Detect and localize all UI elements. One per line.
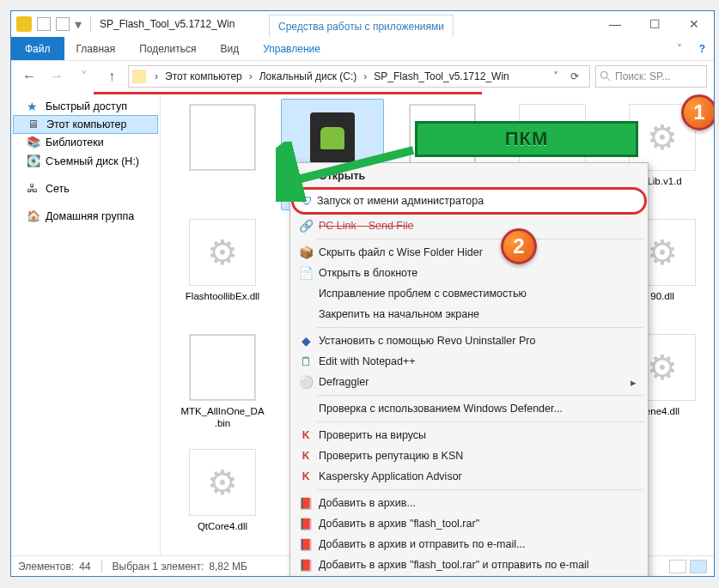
nav-up-button[interactable]: ↑ xyxy=(101,65,123,88)
context-menu-item[interactable]: Defraggler▸ xyxy=(293,372,645,392)
nav-back-button[interactable]: ← xyxy=(18,65,40,88)
ribbon-expand-icon[interactable]: ˅ xyxy=(668,37,691,60)
svg-line-1 xyxy=(607,78,611,82)
context-menu-item[interactable]: Проверить репутацию в KSN xyxy=(293,446,645,466)
breadcrumb-seg[interactable]: Локальный диск (C:) xyxy=(258,70,359,82)
tree-item-label: Библиотеки xyxy=(46,136,104,149)
breadcrumb-root-icon xyxy=(132,70,146,83)
svg-point-0 xyxy=(600,71,607,78)
context-menu-item[interactable]: Исправление проблем с совместимостью xyxy=(293,283,645,304)
context-menu-item[interactable]: Проверить на вирусы xyxy=(293,425,645,446)
submenu-arrow-icon: ▸ xyxy=(631,376,637,389)
context-menu-item[interactable]: Скрыть файл с Wise Folder Hider xyxy=(293,242,645,263)
ribbon-context-header: Средства работы с приложениями xyxy=(269,15,454,37)
titlebar: ▾ SP_Flash_Tool_v5.1712_Win Средства раб… xyxy=(11,11,714,37)
qat-button[interactable] xyxy=(37,17,51,31)
view-mode-details-icon[interactable] xyxy=(669,560,686,573)
tree-item[interactable]: Домашняя группа xyxy=(11,207,160,226)
annotation-badge-1: 1 xyxy=(681,94,715,130)
context-menu-item[interactable]: Закрепить на начальном экране xyxy=(293,304,645,324)
menu-item-label: PC Link – Send File xyxy=(319,220,413,232)
maximize-button[interactable]: ☐ xyxy=(635,11,674,37)
navbar: ← → ˅ ↑ › Этот компьютер › Локальный дис… xyxy=(11,61,714,92)
file-thumbnail xyxy=(189,219,256,286)
home-icon xyxy=(27,209,40,223)
pc-icon xyxy=(27,118,41,131)
gear-icon xyxy=(207,233,238,272)
gear-icon xyxy=(207,463,238,502)
rar-icon xyxy=(298,536,314,552)
status-count-label: Элементов: xyxy=(18,561,74,573)
breadcrumb[interactable]: › Этот компьютер › Локальный диск (C:) ›… xyxy=(128,65,590,88)
ribbon-tab-view[interactable]: Вид xyxy=(208,37,251,60)
file-item[interactable] xyxy=(171,99,274,210)
rar-icon xyxy=(298,557,314,573)
breadcrumb-dropdown[interactable]: ˅ xyxy=(550,70,562,82)
tree-item-label: Сеть xyxy=(46,183,70,195)
context-menu-item[interactable]: Kaspersky Application Advisor xyxy=(293,466,645,487)
context-menu-item[interactable]: Добавить в архив "flash_tool.rar" xyxy=(293,513,645,534)
tree-item-label: Съемный диск (H:) xyxy=(46,155,139,167)
context-menu-item[interactable]: Закрепить на панели задач xyxy=(293,575,645,577)
file-name: ene4.dll xyxy=(645,406,679,418)
menu-item-label: Установить с помощью Revo Uninstaller Pr… xyxy=(319,335,535,347)
tree-item[interactable]: Сеть xyxy=(11,179,160,198)
context-menu-item[interactable]: Edit with Notepad++ xyxy=(293,351,645,372)
view-mode-icons-icon[interactable] xyxy=(690,560,707,573)
rar-icon xyxy=(298,495,314,511)
menu-item-label: Проверить на вирусы xyxy=(319,429,426,441)
tree-item[interactable]: Библиотеки xyxy=(11,133,160,152)
menu-item-label: Defraggler xyxy=(319,376,369,388)
status-selection-label: Выбран 1 элемент: xyxy=(113,561,204,573)
breadcrumb-seg[interactable]: SP_Flash_Tool_v5.1712_Win xyxy=(372,70,510,82)
ribbon-tab-home[interactable]: Главная xyxy=(64,37,128,60)
close-button[interactable]: ✕ xyxy=(674,11,714,37)
menu-item-label: Edit with Notepad++ xyxy=(319,355,416,367)
npp-icon xyxy=(298,354,314,369)
nav-forward-button[interactable]: → xyxy=(46,65,68,88)
search-icon xyxy=(600,70,612,82)
qat-dropdown[interactable]: ▾ xyxy=(75,16,82,33)
file-name: llLib.v1.d xyxy=(643,176,681,188)
ribbon-file-tab[interactable]: Файл xyxy=(11,37,64,60)
context-menu-item[interactable]: Добавить в архив "flash_tool.rar" и отпр… xyxy=(293,555,645,575)
tree-item[interactable]: Съемный диск (H:) xyxy=(11,152,160,171)
kasp-icon xyxy=(298,448,314,464)
tree-item[interactable]: Быстрый доступ xyxy=(11,97,160,116)
file-item[interactable]: QtCore4.dll xyxy=(171,444,274,555)
box-icon xyxy=(298,245,314,260)
breadcrumb-seg[interactable]: Этот компьютер xyxy=(163,70,244,82)
file-name: FlashtoollibEx.dll xyxy=(186,291,259,303)
tree-item[interactable]: Этот компьютер xyxy=(13,115,158,134)
tree-item-label: Этот компьютер xyxy=(46,118,126,130)
ribbon-tab-manage[interactable]: Управление xyxy=(251,37,332,60)
context-menu-item[interactable]: PC Link – Send File xyxy=(293,215,645,236)
context-menu-item[interactable]: Открыть в блокноте xyxy=(293,263,645,283)
link-icon xyxy=(298,218,314,233)
qat-button[interactable] xyxy=(56,17,70,31)
context-menu-item[interactable]: Установить с помощью Revo Uninstaller Pr… xyxy=(293,330,645,351)
kasp-icon xyxy=(298,469,314,484)
annotation-badge-2: 2 xyxy=(501,228,537,264)
context-menu: ОткрытьЗапуск от имени администратораPC … xyxy=(289,162,649,577)
file-item[interactable]: FlashtoollibEx.dll xyxy=(171,214,274,325)
context-menu-item[interactable]: Добавить в архив... xyxy=(293,493,645,513)
nav-history-button[interactable]: ˅ xyxy=(73,65,95,88)
status-selection-size: 8,82 МБ xyxy=(209,561,247,573)
minimize-button[interactable]: — xyxy=(595,11,635,37)
menu-item-label: Скрыть файл с Wise Folder Hider xyxy=(319,246,483,258)
menu-item-label: Добавить в архив "flash_tool.rar" и отпр… xyxy=(319,559,589,571)
context-menu-item[interactable]: Проверка с использованием Windows Defend… xyxy=(293,398,645,419)
ribbon-tab-share[interactable]: Поделиться xyxy=(127,37,208,60)
help-icon[interactable]: ? xyxy=(691,37,714,60)
menu-item-label: Открыть в блокноте xyxy=(319,267,417,279)
search-input[interactable]: Поиск: SP... xyxy=(595,65,707,88)
context-menu-item[interactable]: Добавить в архив и отправить по e-mail..… xyxy=(293,534,645,555)
tree-item-label: Быстрый доступ xyxy=(46,100,127,112)
annotation-label: ПКМ xyxy=(415,121,638,157)
drv-icon xyxy=(27,155,40,168)
file-item[interactable]: MTK_AllInOne_DA.bin xyxy=(171,329,274,440)
menu-item-label: Добавить в архив "flash_tool.rar" xyxy=(319,518,479,530)
file-name: 90.dll xyxy=(650,291,674,303)
refresh-button[interactable]: ⟳ xyxy=(564,70,586,82)
